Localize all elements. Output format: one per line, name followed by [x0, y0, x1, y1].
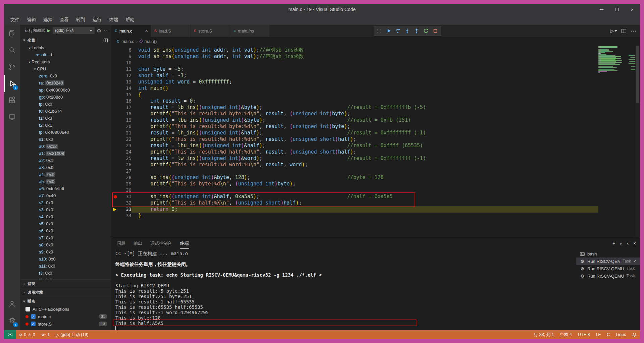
code-line[interactable]: 13unsigned int word = 0xffffffff; [111, 79, 598, 85]
sidebar-item-explorer[interactable] [4, 25, 20, 42]
gutter-glyph[interactable] [111, 98, 120, 104]
code-line[interactable]: 25 result = lw_ins((unsigned int)&word);… [111, 155, 598, 162]
gutter-glyph[interactable] [111, 162, 120, 168]
minimize-button[interactable] [594, 4, 609, 15]
gutter-glyph[interactable] [111, 92, 120, 98]
code-line[interactable]: 34} [111, 213, 598, 219]
gutter-glyph[interactable] [111, 72, 120, 79]
gutter-glyph[interactable] [111, 213, 120, 219]
debug-step-out-button[interactable] [412, 26, 421, 35]
code-line[interactable]: 23 result = lhu_ins((unsigned int)&half)… [111, 142, 598, 149]
gutter-glyph[interactable] [111, 149, 120, 155]
gutter-glyph[interactable] [111, 60, 120, 66]
gutter-glyph[interactable] [111, 111, 120, 117]
panel-tab-调试控制台[interactable]: 调试控制台 [150, 238, 172, 249]
tab-main.c[interactable]: Cmain.c× [111, 25, 151, 37]
gutter-glyph[interactable] [111, 117, 120, 123]
terminal-list-item[interactable]: bash [576, 250, 640, 258]
register-row[interactable]: t2:0x1 [20, 122, 111, 129]
scrollbar-thumb[interactable] [636, 46, 639, 103]
tab-main.ins[interactable]: ≡main.ins [230, 25, 270, 37]
debug-step-into-button[interactable] [403, 26, 412, 35]
gutter-glyph[interactable] [111, 47, 120, 53]
gutter-glyph[interactable] [111, 142, 120, 149]
debug-settings-gear-icon[interactable]: ⚙ [97, 28, 101, 33]
register-row[interactable]: a4:0x0 [20, 171, 111, 178]
menu-item-编辑[interactable]: 编辑 [23, 15, 40, 25]
watch-section-header[interactable]: › 监视 [20, 279, 111, 288]
code-line[interactable]: 14int main() [111, 85, 598, 92]
local-variable[interactable]: result:-1 [20, 51, 111, 58]
code-line[interactable]: 24 printf("This is result:%d half:%d\n",… [111, 149, 598, 155]
gutter-glyph[interactable] [111, 181, 120, 187]
terminal-list-item[interactable]: ⚙Run RISCV-QEMUTask✓ [576, 258, 640, 265]
drag-handle-icon[interactable]: ⋮⋮ [375, 28, 383, 33]
terminal-dropdown-icon[interactable]: ∨ [620, 242, 622, 245]
register-row[interactable]: a7:0x40 [20, 192, 111, 199]
sidebar-item-remote-explorer[interactable] [4, 109, 20, 125]
panel-tab-输出[interactable]: 输出 [133, 238, 142, 249]
register-row[interactable]: s2:0x0 [20, 199, 111, 206]
gutter-glyph[interactable] [111, 136, 120, 142]
tree-locals[interactable]: ∨Locals [20, 44, 111, 51]
sidebar-item-extensions[interactable] [4, 92, 20, 109]
os-indicator[interactable]: Linux [613, 330, 629, 339]
breakpoint-checkbox[interactable] [25, 307, 30, 311]
gutter-glyph[interactable] [111, 168, 120, 174]
code-line[interactable]: 10 [111, 60, 598, 66]
register-row[interactable]: a3:0x0 [20, 164, 111, 171]
terminal-output[interactable]: CC -[M] 正在构建 ... main.o终端将被任务重用，按任意键关闭。>… [111, 249, 576, 330]
gutter-glyph[interactable] [111, 66, 120, 72]
tab-store.S[interactable]: Sstore.S [191, 25, 230, 37]
gutter-glyph[interactable] [111, 130, 120, 136]
panel-tab-问题[interactable]: 问题 [117, 238, 125, 249]
sidebar-item-source-control[interactable] [4, 58, 20, 75]
menu-item-终端[interactable]: 终端 [105, 15, 122, 25]
register-row[interactable]: a5:0x0 [20, 178, 111, 185]
code-line[interactable]: 20 printf("This is result:%d byte:%d\n",… [111, 123, 598, 130]
menu-item-文件[interactable]: 文件 [7, 15, 23, 25]
register-row[interactable]: a0:0x12 [20, 143, 111, 150]
code-line[interactable]: 16 int result = 0; [111, 98, 598, 104]
notifications-button[interactable] [629, 330, 640, 339]
language-mode[interactable]: C [604, 330, 613, 339]
menu-item-查看[interactable]: 查看 [56, 15, 72, 25]
register-row[interactable]: s1:0x0 [20, 136, 111, 143]
menu-item-选择[interactable]: 选择 [40, 15, 56, 25]
split-editor-button[interactable] [621, 28, 627, 34]
gutter-glyph[interactable] [111, 155, 120, 162]
debug-session-status[interactable]: ▷ (gdb) 启动 (19) [53, 330, 92, 339]
terminal-list-item[interactable]: ⚙Run RISCV-QEMUTask [576, 265, 640, 272]
register-row[interactable]: sp:0x408006c0 [20, 87, 111, 94]
code-line[interactable]: 9void sh_ins(unsigned int addr, int val)… [111, 53, 598, 60]
indentation-status[interactable]: 空格:4 [557, 330, 575, 339]
sidebar-item-search[interactable] [4, 42, 20, 58]
register-row[interactable]: zero:0x0 [20, 72, 111, 79]
account-button[interactable] [4, 295, 20, 312]
ports-indicator[interactable]: 1 [38, 330, 53, 339]
cursor-position[interactable]: 行 33, 列 1 [531, 330, 557, 339]
gutter-glyph[interactable] [111, 53, 120, 60]
close-button[interactable]: × [625, 4, 640, 15]
sidebar-item-run-debug[interactable]: 1 [4, 75, 20, 92]
register-row[interactable]: s6:0x0 [20, 227, 111, 234]
eol-status[interactable]: LF [593, 330, 604, 339]
run-file-button[interactable]: ▷ [610, 28, 617, 34]
code-line[interactable]: 11char byte = -5; [111, 66, 598, 72]
menu-item-帮助[interactable]: 帮助 [122, 15, 138, 25]
variables-section-header[interactable]: ∨ 变量 [20, 36, 111, 44]
register-row[interactable]: s5:0x0 [20, 220, 111, 227]
breakpoint-row[interactable]: ✓store.S13 [20, 320, 111, 328]
register-row[interactable]: a1:0x21008 [20, 150, 111, 157]
gutter-glyph[interactable] [111, 104, 120, 111]
code-line[interactable]: 22 printf("This is result:%d half:%d\n",… [111, 136, 598, 142]
remote-indicator[interactable]: >< [4, 330, 16, 339]
register-row[interactable]: t4:0x0 [20, 277, 111, 279]
code-line[interactable]: 27 [111, 168, 598, 174]
breakpoint-row[interactable]: ✓main.c31 [20, 313, 111, 320]
register-row[interactable]: s8:0x0 [20, 241, 111, 248]
gutter-glyph[interactable] [111, 85, 120, 92]
debug-start-button[interactable]: ▶ [47, 28, 50, 33]
breakpoint-checkbox[interactable]: ✓ [31, 314, 36, 319]
register-row[interactable]: gp:0x208c0 [20, 94, 111, 101]
